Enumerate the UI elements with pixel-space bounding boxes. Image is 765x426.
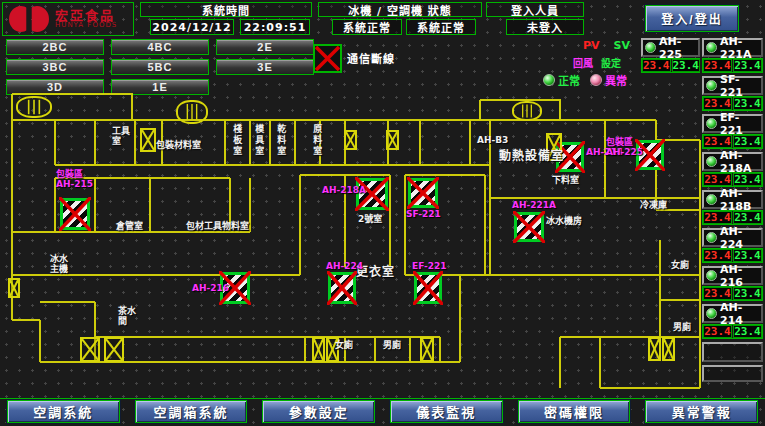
unit-name-row[interactable]: AH-224	[702, 228, 763, 247]
unit-values-row: 23.423.4	[702, 324, 763, 339]
status-legend: PV SV 回風 設定 正常 異常	[537, 39, 639, 91]
unit-ah-218a[interactable]: AH-218A23.423.4	[702, 152, 763, 187]
floor-button-4bc[interactable]: 4BC	[111, 39, 209, 55]
equipment-marker-sf-221[interactable]	[408, 178, 438, 208]
unit-name-row[interactable]: AH-214	[702, 304, 763, 323]
unit-ah-218b[interactable]: AH-218B23.423.4	[702, 190, 763, 225]
room-label: 女廁	[335, 340, 353, 350]
unit-name-row[interactable]: AH-216	[702, 266, 763, 285]
system-date-value: 2024/12/12	[150, 19, 234, 35]
legend-sv-label: SV	[614, 39, 630, 52]
stairs-icon	[16, 96, 52, 118]
unit-name-row[interactable]: AH-225	[641, 38, 700, 57]
unit-ef-221[interactable]: EF-22123.423.4	[702, 114, 763, 149]
equipment-label-sf-221: SF-221	[406, 210, 441, 220]
door-marker	[344, 130, 357, 150]
bottom-tab--[interactable]: 空調箱系統	[135, 400, 248, 423]
bottom-tab--[interactable]: 空調系統	[7, 400, 120, 423]
unit-led	[706, 270, 717, 281]
room-label: 下料室	[552, 175, 579, 185]
unit-values-row: 23.423.4	[702, 58, 763, 73]
door-x-icon	[106, 339, 122, 360]
floor-button-2bc[interactable]: 2BC	[6, 39, 104, 55]
unit-name-row[interactable]: AH-221A	[702, 38, 763, 57]
bottom-tab--[interactable]: 儀表監視	[390, 400, 503, 423]
brand-subtitle: HUNYA FOODS	[55, 22, 117, 29]
room-label: 工具 室	[112, 126, 130, 147]
unit-sv-value: 23.4	[733, 173, 762, 186]
bottom-tab--[interactable]: 參數設定	[262, 400, 375, 423]
unit-name-label: AH-214	[720, 301, 761, 327]
unit-ah-221a[interactable]: AH-221A23.423.4	[702, 38, 763, 73]
equipment-label-ah-215: 包裝區 AH-215	[56, 170, 93, 190]
equipment-label-ah-216: AH-216	[192, 284, 229, 294]
unit-led	[706, 308, 717, 319]
unit-name-label: SF-221	[720, 73, 761, 99]
unit-sv-value: 23.4	[733, 135, 762, 148]
room-label: 倉管室	[116, 221, 143, 231]
door-marker	[104, 337, 124, 362]
unit-led	[706, 194, 717, 205]
units-panel: AH-221A23.423.4SF-22123.423.4EF-22123.42…	[702, 38, 763, 385]
login-status-value: 未登入	[506, 19, 584, 35]
unit-led	[706, 118, 717, 129]
unit-sf-221[interactable]: SF-22123.423.4	[702, 76, 763, 111]
system-time-value: 22:09:51	[240, 19, 310, 35]
hmi-screen: 宏亞食品 HUNYA FOODS 系統時間 2024/12/12 22:09:5…	[0, 0, 765, 426]
bottom-tab-bar: 空調系統空調箱系統參數設定儀表監視密碼權限異常警報	[0, 398, 765, 424]
room-label: 男廁	[673, 322, 691, 332]
door-marker	[312, 337, 325, 362]
room-label: 乾料室	[276, 124, 286, 157]
floor-plan: 包裝區 AH-215AH-218ASF-221AH-214包裝區 AH-225A…	[0, 90, 765, 393]
unit-empty-slot	[702, 342, 763, 362]
featured-unit-panel: AH-22523.423.4	[641, 38, 700, 76]
door-marker	[80, 337, 100, 362]
unit-ah-225[interactable]: AH-22523.423.4	[641, 38, 700, 73]
door-marker	[420, 337, 434, 362]
equipment-marker-ef-221[interactable]	[414, 272, 442, 304]
unit-name-row[interactable]: AH-218A	[702, 152, 763, 171]
equipment-marker-ah-224[interactable]	[328, 272, 356, 304]
equipment-marker-ah-215[interactable]	[60, 198, 90, 230]
login-logout-button[interactable]: 登入/登出	[645, 5, 739, 32]
floor-button-3e[interactable]: 3E	[216, 59, 314, 75]
door-marker	[8, 278, 20, 298]
hunya-logo-icon	[9, 6, 49, 32]
room-label: 2號室	[358, 214, 382, 224]
unit-empty-slot	[702, 365, 763, 382]
unit-sv-value: 23.4	[733, 287, 762, 300]
hunya-logo: 宏亞食品 HUNYA FOODS	[2, 2, 134, 36]
door-x-icon	[82, 339, 98, 360]
unit-sv-value: 23.4	[733, 97, 762, 110]
bottom-tab--[interactable]: 異常警報	[645, 400, 758, 423]
legend-normal-label: 正常	[558, 72, 580, 88]
bottom-tab--[interactable]: 密碼權限	[518, 400, 631, 423]
room-label: 包裝材料室	[156, 140, 201, 150]
door-marker	[648, 337, 661, 361]
unit-led	[706, 232, 717, 243]
unit-sv-value: 23.4	[733, 249, 762, 262]
unit-values-row: 23.423.4	[702, 286, 763, 301]
unit-values-row: 23.423.4	[702, 134, 763, 149]
room-label: 男廁	[383, 340, 401, 350]
offline-x-icon	[413, 271, 443, 305]
unit-name-row[interactable]: SF-221	[702, 76, 763, 95]
equipment-label-ah-218a: AH-218A	[322, 186, 366, 196]
door-x-icon	[10, 280, 18, 296]
unit-ah-214[interactable]: AH-21423.423.4	[702, 304, 763, 339]
floor-button-3bc[interactable]: 3BC	[6, 59, 104, 75]
equipment-marker-ah-221a[interactable]	[514, 212, 544, 242]
door-x-icon	[650, 339, 659, 359]
offline-x-icon	[327, 271, 357, 305]
unit-name-row[interactable]: EF-221	[702, 114, 763, 133]
floor-button-2e[interactable]: 2E	[216, 39, 314, 55]
unit-led	[706, 156, 717, 167]
unit-sv-value: 23.4	[733, 211, 762, 224]
unit-ah-216[interactable]: AH-21623.423.4	[702, 266, 763, 301]
unit-name-label: AH-218B	[720, 187, 761, 213]
unit-pv-value: 23.4	[703, 135, 732, 148]
legend-abnormal-label: 異常	[605, 72, 627, 88]
floor-button-5bc[interactable]: 5BC	[111, 59, 209, 75]
unit-name-row[interactable]: AH-218B	[702, 190, 763, 209]
unit-ah-224[interactable]: AH-22423.423.4	[702, 228, 763, 263]
